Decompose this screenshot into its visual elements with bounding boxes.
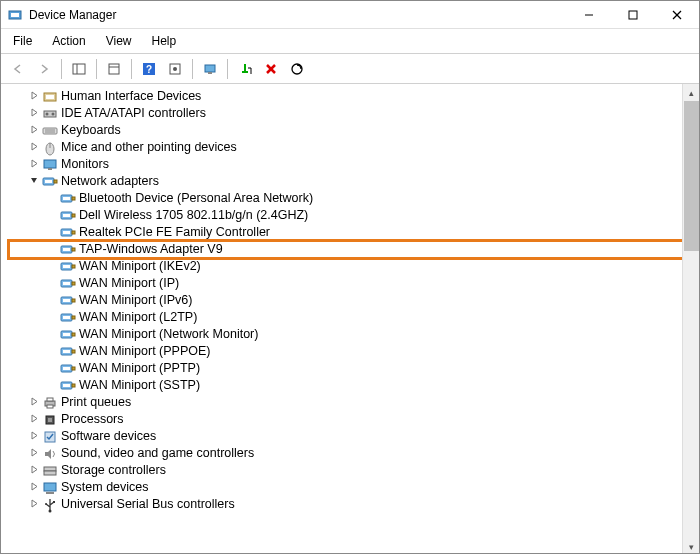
mouse-icon xyxy=(42,140,58,156)
net-icon xyxy=(60,259,76,275)
tree-node[interactable]: Print queues xyxy=(9,394,699,411)
expand-icon[interactable] xyxy=(27,411,41,428)
expand-icon[interactable] xyxy=(27,445,41,462)
svg-rect-51 xyxy=(72,282,75,285)
tree-node[interactable]: WAN Miniport (PPTP) xyxy=(9,360,699,377)
show-hide-tree-button[interactable] xyxy=(68,58,90,80)
svg-rect-44 xyxy=(63,248,70,251)
tree-node-label: Mice and other pointing devices xyxy=(61,139,237,156)
svg-rect-76 xyxy=(44,467,56,471)
tree-node[interactable]: Universal Serial Bus controllers xyxy=(9,496,699,513)
collapse-icon[interactable] xyxy=(27,173,41,190)
tree-node[interactable]: Bluetooth Device (Personal Area Network) xyxy=(9,190,699,207)
svg-rect-32 xyxy=(45,180,52,183)
svg-rect-54 xyxy=(72,299,75,302)
tree-node[interactable]: WAN Miniport (PPPOE) xyxy=(9,343,699,360)
action-button[interactable] xyxy=(164,58,186,80)
tree-node[interactable]: WAN Miniport (L2TP) xyxy=(9,309,699,326)
expand-icon[interactable] xyxy=(27,428,41,445)
tree-node[interactable]: Human Interface Devices xyxy=(9,88,699,105)
expand-icon[interactable] xyxy=(27,156,41,173)
tree-node[interactable]: TAP-Windows Adapter V9 xyxy=(9,241,699,258)
forward-button xyxy=(33,58,55,80)
expand-icon[interactable] xyxy=(27,479,41,496)
svg-rect-20 xyxy=(46,95,54,99)
svg-rect-60 xyxy=(72,333,75,336)
cpu-icon xyxy=(42,412,58,428)
toolbar-separator xyxy=(227,59,228,79)
svg-rect-36 xyxy=(72,197,75,200)
tree-node[interactable]: WAN Miniport (SSTP) xyxy=(9,377,699,394)
expand-icon[interactable] xyxy=(27,462,41,479)
help-button[interactable]: ? xyxy=(138,58,160,80)
monitor-icon xyxy=(42,157,58,173)
system-icon xyxy=(42,480,58,496)
enable-device-button[interactable] xyxy=(234,58,256,80)
tree-node[interactable]: Keyboards xyxy=(9,122,699,139)
tree-node-label: Network adapters xyxy=(61,173,159,190)
tree-node[interactable]: Processors xyxy=(9,411,699,428)
net-icon xyxy=(42,174,58,190)
menu-file[interactable]: File xyxy=(9,32,36,50)
expand-icon[interactable] xyxy=(27,394,41,411)
uninstall-device-button[interactable] xyxy=(260,58,282,80)
keyboard-icon xyxy=(42,123,58,139)
tree-node[interactable]: WAN Miniport (IPv6) xyxy=(9,292,699,309)
back-button xyxy=(7,58,29,80)
expand-icon[interactable] xyxy=(27,88,41,105)
expand-icon[interactable] xyxy=(27,139,41,156)
expand-icon[interactable] xyxy=(27,122,41,139)
tree-node-label: Sound, video and game controllers xyxy=(61,445,254,462)
tree-node[interactable]: WAN Miniport (IKEv2) xyxy=(9,258,699,275)
tree-node[interactable]: Network adapters xyxy=(9,173,699,190)
minimize-button[interactable] xyxy=(567,1,611,29)
toolbar-separator xyxy=(131,59,132,79)
update-driver-button[interactable] xyxy=(199,58,221,80)
tree-node[interactable]: IDE ATA/ATAPI controllers xyxy=(9,105,699,122)
svg-rect-35 xyxy=(63,197,70,200)
tree-node[interactable]: System devices xyxy=(9,479,699,496)
svg-rect-82 xyxy=(53,501,55,503)
net-icon xyxy=(60,310,76,326)
tree-node-label: IDE ATA/ATAPI controllers xyxy=(61,105,206,122)
menu-help[interactable]: Help xyxy=(148,32,181,50)
tree-node[interactable]: Software devices xyxy=(9,428,699,445)
tree-node[interactable]: WAN Miniport (Network Monitor) xyxy=(9,326,699,343)
close-button[interactable] xyxy=(655,1,699,29)
svg-rect-62 xyxy=(63,350,70,353)
tree-node[interactable]: WAN Miniport (IP) xyxy=(9,275,699,292)
expand-icon[interactable] xyxy=(27,105,41,122)
svg-rect-69 xyxy=(72,384,75,387)
svg-point-22 xyxy=(46,112,49,115)
tree-node[interactable]: Mice and other pointing devices xyxy=(9,139,699,156)
tree-node[interactable]: Realtek PCIe FE Family Controller xyxy=(9,224,699,241)
expand-icon[interactable] xyxy=(27,496,41,513)
tree-node[interactable]: Storage controllers xyxy=(9,462,699,479)
tree-node[interactable]: Dell Wireless 1705 802.11b/g/n (2.4GHZ) xyxy=(9,207,699,224)
vertical-scrollbar[interactable]: ▴ ▾ xyxy=(682,84,699,554)
scroll-thumb[interactable] xyxy=(684,101,699,251)
tree-node-label: Dell Wireless 1705 802.11b/g/n (2.4GHZ) xyxy=(79,207,308,224)
net-icon xyxy=(60,208,76,224)
tree-node-label: WAN Miniport (IPv6) xyxy=(79,292,192,309)
svg-rect-47 xyxy=(63,265,70,268)
net-icon xyxy=(60,327,76,343)
svg-rect-74 xyxy=(48,418,52,422)
sound-icon xyxy=(42,446,58,462)
menu-action[interactable]: Action xyxy=(48,32,89,50)
scroll-up-arrow[interactable]: ▴ xyxy=(683,84,699,101)
tree-node[interactable]: Monitors xyxy=(9,156,699,173)
menu-view[interactable]: View xyxy=(102,32,136,50)
scroll-down-arrow[interactable]: ▾ xyxy=(683,538,699,554)
svg-rect-53 xyxy=(63,299,70,302)
svg-rect-15 xyxy=(208,72,212,74)
properties-button[interactable] xyxy=(103,58,125,80)
svg-rect-65 xyxy=(63,367,70,370)
tree-node-label: WAN Miniport (PPTP) xyxy=(79,360,200,377)
net-icon xyxy=(60,276,76,292)
scan-hardware-button[interactable] xyxy=(286,58,308,80)
tree-node-label: WAN Miniport (IKEv2) xyxy=(79,258,201,275)
net-icon xyxy=(60,225,76,241)
maximize-button[interactable] xyxy=(611,1,655,29)
tree-node[interactable]: Sound, video and game controllers xyxy=(9,445,699,462)
